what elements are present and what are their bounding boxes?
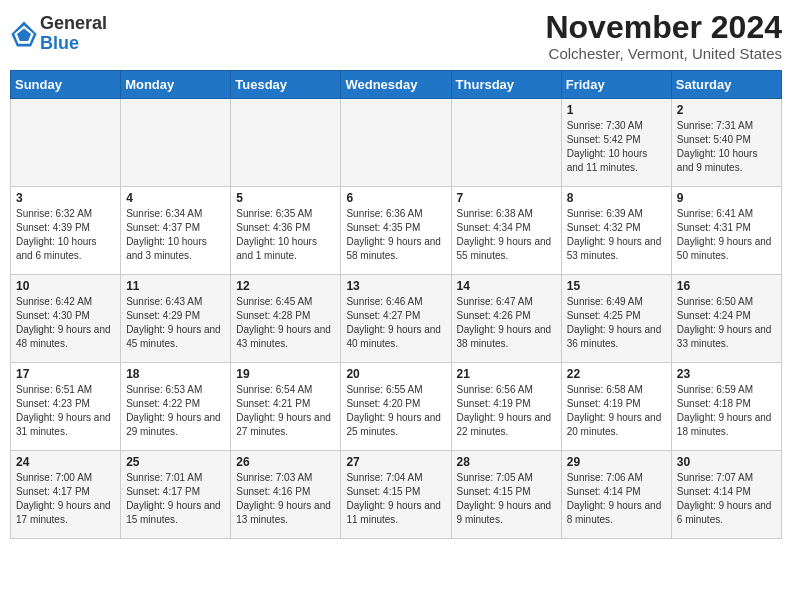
day-info: Sunrise: 6:41 AMSunset: 4:31 PMDaylight:… [677, 207, 776, 263]
day-info: Sunrise: 6:51 AMSunset: 4:23 PMDaylight:… [16, 383, 115, 439]
day-number: 26 [236, 455, 335, 469]
day-cell: 27Sunrise: 7:04 AMSunset: 4:15 PMDayligh… [341, 451, 451, 539]
day-cell: 12Sunrise: 6:45 AMSunset: 4:28 PMDayligh… [231, 275, 341, 363]
day-cell: 7Sunrise: 6:38 AMSunset: 4:34 PMDaylight… [451, 187, 561, 275]
day-cell [231, 99, 341, 187]
header-monday: Monday [121, 71, 231, 99]
day-info: Sunrise: 7:04 AMSunset: 4:15 PMDaylight:… [346, 471, 445, 527]
day-cell: 3Sunrise: 6:32 AMSunset: 4:39 PMDaylight… [11, 187, 121, 275]
day-number: 28 [457, 455, 556, 469]
day-number: 9 [677, 191, 776, 205]
day-cell: 11Sunrise: 6:43 AMSunset: 4:29 PMDayligh… [121, 275, 231, 363]
header-tuesday: Tuesday [231, 71, 341, 99]
day-info: Sunrise: 6:43 AMSunset: 4:29 PMDaylight:… [126, 295, 225, 351]
day-number: 30 [677, 455, 776, 469]
day-number: 5 [236, 191, 335, 205]
logo-blue: Blue [40, 33, 79, 53]
header-saturday: Saturday [671, 71, 781, 99]
day-info: Sunrise: 7:31 AMSunset: 5:40 PMDaylight:… [677, 119, 776, 175]
day-cell: 9Sunrise: 6:41 AMSunset: 4:31 PMDaylight… [671, 187, 781, 275]
page-header: General Blue November 2024 Colchester, V… [10, 10, 782, 62]
day-info: Sunrise: 6:45 AMSunset: 4:28 PMDaylight:… [236, 295, 335, 351]
day-number: 7 [457, 191, 556, 205]
day-cell: 21Sunrise: 6:56 AMSunset: 4:19 PMDayligh… [451, 363, 561, 451]
day-cell [121, 99, 231, 187]
day-cell [11, 99, 121, 187]
week-row-3: 10Sunrise: 6:42 AMSunset: 4:30 PMDayligh… [11, 275, 782, 363]
day-info: Sunrise: 6:58 AMSunset: 4:19 PMDaylight:… [567, 383, 666, 439]
day-cell: 2Sunrise: 7:31 AMSunset: 5:40 PMDaylight… [671, 99, 781, 187]
day-cell: 20Sunrise: 6:55 AMSunset: 4:20 PMDayligh… [341, 363, 451, 451]
day-cell: 5Sunrise: 6:35 AMSunset: 4:36 PMDaylight… [231, 187, 341, 275]
day-number: 21 [457, 367, 556, 381]
day-cell: 8Sunrise: 6:39 AMSunset: 4:32 PMDaylight… [561, 187, 671, 275]
day-number: 2 [677, 103, 776, 117]
header-friday: Friday [561, 71, 671, 99]
day-info: Sunrise: 6:47 AMSunset: 4:26 PMDaylight:… [457, 295, 556, 351]
day-info: Sunrise: 6:42 AMSunset: 4:30 PMDaylight:… [16, 295, 115, 351]
logo-general: General [40, 13, 107, 33]
day-info: Sunrise: 6:49 AMSunset: 4:25 PMDaylight:… [567, 295, 666, 351]
day-info: Sunrise: 7:05 AMSunset: 4:15 PMDaylight:… [457, 471, 556, 527]
day-number: 25 [126, 455, 225, 469]
day-info: Sunrise: 6:46 AMSunset: 4:27 PMDaylight:… [346, 295, 445, 351]
day-number: 22 [567, 367, 666, 381]
day-number: 11 [126, 279, 225, 293]
day-number: 14 [457, 279, 556, 293]
day-cell: 24Sunrise: 7:00 AMSunset: 4:17 PMDayligh… [11, 451, 121, 539]
day-cell: 22Sunrise: 6:58 AMSunset: 4:19 PMDayligh… [561, 363, 671, 451]
header-thursday: Thursday [451, 71, 561, 99]
day-info: Sunrise: 6:50 AMSunset: 4:24 PMDaylight:… [677, 295, 776, 351]
day-cell: 30Sunrise: 7:07 AMSunset: 4:14 PMDayligh… [671, 451, 781, 539]
day-cell: 19Sunrise: 6:54 AMSunset: 4:21 PMDayligh… [231, 363, 341, 451]
day-info: Sunrise: 6:53 AMSunset: 4:22 PMDaylight:… [126, 383, 225, 439]
day-info: Sunrise: 6:36 AMSunset: 4:35 PMDaylight:… [346, 207, 445, 263]
day-number: 20 [346, 367, 445, 381]
logo-icon [10, 20, 38, 48]
day-info: Sunrise: 6:56 AMSunset: 4:19 PMDaylight:… [457, 383, 556, 439]
day-cell: 28Sunrise: 7:05 AMSunset: 4:15 PMDayligh… [451, 451, 561, 539]
day-number: 1 [567, 103, 666, 117]
logo-text: General Blue [40, 14, 107, 54]
day-cell: 14Sunrise: 6:47 AMSunset: 4:26 PMDayligh… [451, 275, 561, 363]
day-number: 6 [346, 191, 445, 205]
day-number: 3 [16, 191, 115, 205]
day-number: 8 [567, 191, 666, 205]
day-cell [451, 99, 561, 187]
day-cell: 15Sunrise: 6:49 AMSunset: 4:25 PMDayligh… [561, 275, 671, 363]
week-row-4: 17Sunrise: 6:51 AMSunset: 4:23 PMDayligh… [11, 363, 782, 451]
day-info: Sunrise: 6:39 AMSunset: 4:32 PMDaylight:… [567, 207, 666, 263]
day-number: 17 [16, 367, 115, 381]
day-number: 16 [677, 279, 776, 293]
day-cell: 6Sunrise: 6:36 AMSunset: 4:35 PMDaylight… [341, 187, 451, 275]
week-row-1: 1Sunrise: 7:30 AMSunset: 5:42 PMDaylight… [11, 99, 782, 187]
day-cell: 4Sunrise: 6:34 AMSunset: 4:37 PMDaylight… [121, 187, 231, 275]
day-number: 4 [126, 191, 225, 205]
header-wednesday: Wednesday [341, 71, 451, 99]
day-number: 19 [236, 367, 335, 381]
day-cell: 1Sunrise: 7:30 AMSunset: 5:42 PMDaylight… [561, 99, 671, 187]
day-cell: 25Sunrise: 7:01 AMSunset: 4:17 PMDayligh… [121, 451, 231, 539]
day-number: 13 [346, 279, 445, 293]
day-info: Sunrise: 7:07 AMSunset: 4:14 PMDaylight:… [677, 471, 776, 527]
day-info: Sunrise: 6:54 AMSunset: 4:21 PMDaylight:… [236, 383, 335, 439]
title-block: November 2024 Colchester, Vermont, Unite… [545, 10, 782, 62]
day-cell: 23Sunrise: 6:59 AMSunset: 4:18 PMDayligh… [671, 363, 781, 451]
day-number: 12 [236, 279, 335, 293]
day-cell [341, 99, 451, 187]
day-number: 24 [16, 455, 115, 469]
day-cell: 26Sunrise: 7:03 AMSunset: 4:16 PMDayligh… [231, 451, 341, 539]
day-info: Sunrise: 7:01 AMSunset: 4:17 PMDaylight:… [126, 471, 225, 527]
day-number: 15 [567, 279, 666, 293]
day-info: Sunrise: 7:06 AMSunset: 4:14 PMDaylight:… [567, 471, 666, 527]
day-cell: 29Sunrise: 7:06 AMSunset: 4:14 PMDayligh… [561, 451, 671, 539]
day-number: 10 [16, 279, 115, 293]
page-subtitle: Colchester, Vermont, United States [545, 45, 782, 62]
day-number: 29 [567, 455, 666, 469]
day-info: Sunrise: 6:34 AMSunset: 4:37 PMDaylight:… [126, 207, 225, 263]
week-row-5: 24Sunrise: 7:00 AMSunset: 4:17 PMDayligh… [11, 451, 782, 539]
day-cell: 17Sunrise: 6:51 AMSunset: 4:23 PMDayligh… [11, 363, 121, 451]
day-info: Sunrise: 6:32 AMSunset: 4:39 PMDaylight:… [16, 207, 115, 263]
day-number: 27 [346, 455, 445, 469]
day-info: Sunrise: 7:00 AMSunset: 4:17 PMDaylight:… [16, 471, 115, 527]
